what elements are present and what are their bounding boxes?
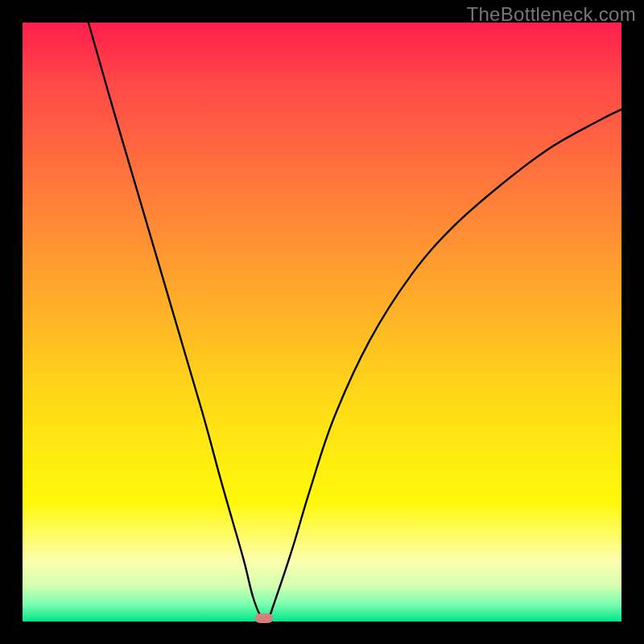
optimum-marker (255, 613, 273, 623)
bottleneck-curve (89, 23, 621, 621)
chart-frame: TheBottleneck.com (0, 0, 644, 644)
plot-area (23, 23, 621, 621)
curve-svg (23, 23, 621, 621)
